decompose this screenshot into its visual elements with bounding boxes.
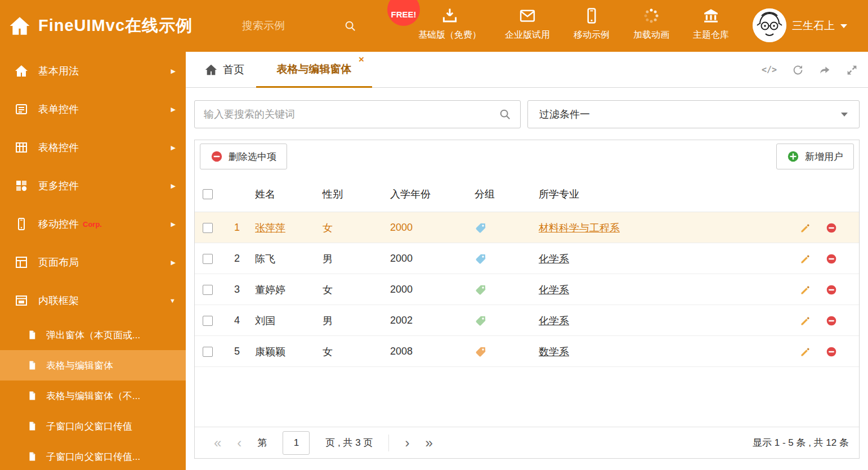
- sidebar-subitem-label: 子窗口向父窗口传值: [46, 420, 132, 433]
- enroll-year: 2000: [390, 243, 413, 274]
- student-gender: 女: [323, 212, 333, 243]
- share-icon[interactable]: [819, 64, 831, 76]
- student-gender: 女: [323, 274, 333, 305]
- corp-badge: Corp.: [83, 220, 102, 229]
- major-link[interactable]: 化学系: [539, 243, 569, 274]
- file-icon: [27, 360, 37, 370]
- add-user-button[interactable]: 新增用户: [776, 144, 854, 169]
- major-link[interactable]: 化学系: [539, 274, 569, 305]
- enroll-year: 2008: [390, 336, 413, 367]
- table-row[interactable]: 5康颖颖女2008数学系: [195, 336, 859, 367]
- header-nav-item[interactable]: 移动示例: [562, 7, 621, 41]
- edit-icon[interactable]: [800, 305, 811, 336]
- sidebar-subitem-label: 弹出窗体（本页面或...: [46, 329, 140, 342]
- row-number: 4: [224, 305, 240, 336]
- sidebar-item[interactable]: 表单控件▶: [0, 90, 186, 128]
- source-code-icon[interactable]: </>: [762, 65, 777, 75]
- tab-home-label: 首页: [223, 62, 244, 77]
- tab-home[interactable]: 首页: [205, 52, 244, 88]
- sidebar-subitem[interactable]: 弹出窗体（本页面或...: [0, 320, 186, 350]
- sidebar-subitem-label: 表格与编辑窗体: [46, 359, 113, 372]
- edit-icon[interactable]: [800, 212, 811, 243]
- student-gender: 女: [323, 336, 333, 367]
- header-nav-label: 企业版试用: [505, 29, 550, 41]
- select-all-checkbox[interactable]: [203, 189, 213, 199]
- major-link[interactable]: 数学系: [539, 336, 569, 367]
- sidebar-item[interactable]: 表格控件▶: [0, 128, 186, 167]
- header-search[interactable]: [242, 15, 356, 37]
- student-name[interactable]: 董婷婷: [255, 274, 285, 305]
- tab-active[interactable]: 表格与编辑窗体 ×: [256, 52, 372, 88]
- refresh-icon[interactable]: [792, 64, 804, 76]
- student-name[interactable]: 陈飞: [255, 243, 275, 274]
- layout-icon: [15, 256, 28, 269]
- row-checkbox[interactable]: [203, 316, 213, 326]
- sidebar-item[interactable]: 内联框架▼: [0, 281, 186, 320]
- enroll-year: 2002: [390, 305, 413, 336]
- sidebar-item[interactable]: 移动控件Corp.▶: [0, 205, 186, 243]
- edit-icon[interactable]: [800, 274, 811, 305]
- delete-icon[interactable]: [826, 243, 837, 274]
- search-icon[interactable]: [499, 108, 511, 120]
- user-menu[interactable]: 三生石上: [792, 0, 847, 52]
- sidebar-item[interactable]: 基本用法▶: [0, 52, 186, 90]
- header-search-input[interactable]: [242, 20, 335, 32]
- first-page-icon[interactable]: «: [214, 436, 221, 450]
- sidebar-item[interactable]: 更多控件▶: [0, 167, 186, 205]
- expand-icon[interactable]: [846, 64, 858, 76]
- close-icon[interactable]: ×: [359, 54, 364, 65]
- app-logo[interactable]: FineUIMvc在线示例: [9, 15, 193, 37]
- delete-icon[interactable]: [826, 274, 837, 305]
- row-checkbox[interactable]: [203, 347, 213, 357]
- prev-page-icon[interactable]: ‹: [237, 436, 241, 450]
- table-row[interactable]: 2陈飞男2000化学系: [195, 243, 859, 274]
- table-row[interactable]: 1张萍萍女2000材料科学与工程系: [195, 212, 859, 243]
- sidebar-item[interactable]: 页面布局▶: [0, 243, 186, 281]
- tag-icon: [475, 212, 487, 243]
- delete-icon[interactable]: [826, 212, 837, 243]
- sidebar-subitem[interactable]: 子窗口向父窗口传值...: [0, 441, 186, 470]
- sidebar-subitem[interactable]: 表格与编辑窗体: [0, 350, 186, 381]
- pagination-bar: « ‹ 第 页 , 共 3 页 › » 显示 1 - 5 条 , 共 12 条: [195, 427, 859, 458]
- page-number-input[interactable]: [283, 431, 310, 455]
- major-link[interactable]: 化学系: [539, 305, 569, 336]
- sidebar-item-label: 表单控件: [38, 102, 79, 116]
- sidebar-item-label: 页面布局: [38, 256, 79, 269]
- table-icon: [15, 141, 28, 154]
- delete-icon[interactable]: [826, 336, 837, 367]
- row-checkbox[interactable]: [203, 285, 213, 295]
- chevron-down-icon: [840, 24, 847, 28]
- header-nav-item[interactable]: 企业版试用: [493, 7, 562, 41]
- student-name[interactable]: 张萍萍: [255, 212, 285, 243]
- avatar[interactable]: [753, 8, 786, 42]
- search-icon[interactable]: [344, 20, 356, 32]
- tag-icon: [475, 243, 487, 274]
- column-header-major: 所学专业: [539, 176, 579, 212]
- sidebar-subitem[interactable]: 子窗口向父窗口传值: [0, 411, 186, 441]
- student-name[interactable]: 刘国: [255, 305, 275, 336]
- row-checkbox[interactable]: [203, 254, 213, 264]
- row-checkbox[interactable]: [203, 223, 213, 233]
- delete-selected-button[interactable]: 删除选中项: [200, 144, 287, 169]
- column-header-name: 姓名: [255, 176, 275, 212]
- sidebar-subitem[interactable]: 表格与编辑窗体（不...: [0, 381, 186, 411]
- edit-icon[interactable]: [800, 336, 811, 367]
- header-nav-item[interactable]: 加载动画: [621, 7, 681, 41]
- header-nav-item[interactable]: 主题仓库: [681, 7, 741, 41]
- tab-bar: 首页 表格与编辑窗体 × </>: [186, 52, 868, 88]
- page-suffix: 页 , 共 3 页: [325, 436, 373, 449]
- next-page-icon[interactable]: ›: [405, 436, 409, 450]
- major-link[interactable]: 材料科学与工程系: [539, 212, 620, 243]
- delete-icon[interactable]: [826, 305, 837, 336]
- table-row[interactable]: 3董婷婷女2000化学系: [195, 274, 859, 305]
- student-name[interactable]: 康颖颖: [255, 336, 285, 367]
- sidebar-item-label: 内联框架: [38, 294, 79, 307]
- last-page-icon[interactable]: »: [425, 436, 432, 450]
- table-row[interactable]: 4刘国男2002化学系: [195, 305, 859, 336]
- row-number: 3: [224, 274, 240, 305]
- edit-icon[interactable]: [800, 243, 811, 274]
- filter-dropdown-value: 过滤条件一: [539, 108, 590, 121]
- keyword-search-input[interactable]: [204, 109, 499, 120]
- header-nav-label: 主题仓库: [693, 29, 729, 41]
- filter-dropdown[interactable]: 过滤条件一: [527, 100, 860, 128]
